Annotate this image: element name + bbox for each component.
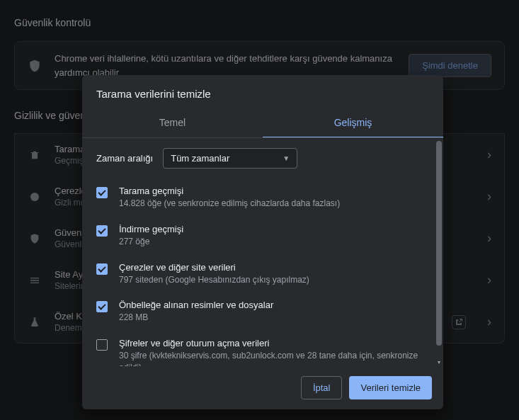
check-item-sub: 14.828 öğe (ve senkronize edilmiş cihazl… [119,198,340,210]
cancel-button[interactable]: İptal [301,376,343,399]
check-item: Önbelleğe alınan resimler ve dosyalar228… [96,293,440,331]
checkbox[interactable] [96,301,108,312]
check-item-title: İndirme geçmişi [119,224,183,234]
scroll-down-icon[interactable]: ▾ [436,359,442,365]
checkbox[interactable] [96,187,108,198]
check-item: İndirme geçmişi277 öğe [96,217,440,255]
dialog-body: Zaman aralığı Tüm zamanlar ▼ Tarama geçm… [82,138,443,366]
dialog-footer: İptal Verileri temizle [82,366,443,409]
check-item-title: Şifreler ve diğer oturum açma verileri [119,338,429,348]
tab-basic[interactable]: Temel [82,110,263,138]
checkbox[interactable] [96,263,108,275]
dialog-title: Tarama verilerini temizle [82,75,443,110]
check-item: Şifreler ve diğer oturum açma verileri30… [96,331,440,366]
check-item-sub: 277 öğe [119,236,183,248]
check-item: Tarama geçmişi14.828 öğe (ve senkronize … [96,178,440,217]
clear-browsing-data-dialog: Tarama verilerini temizle Temel Gelişmiş… [82,75,443,409]
check-item: Çerezler ve diğer site verileri797 sited… [96,255,440,293]
check-item-sub: 797 siteden (Google Hesabınızdan çıkış y… [119,274,309,286]
check-item-title: Çerezler ve diğer site verileri [119,262,309,273]
scrollbar-thumb[interactable] [436,141,442,346]
time-range-label: Zaman aralığı [96,153,153,164]
dialog-tabs: Temel Gelişmiş [82,110,443,138]
checkbox[interactable] [96,225,108,237]
scrollbar[interactable]: ▴ ▾ [435,141,443,363]
time-range-dropdown[interactable]: Tüm zamanlar ▼ [163,148,297,169]
check-item-sub: 228 MB [119,312,273,324]
check-item-sub: 30 şifre (kvkteknikservis.com, sub2unloc… [119,350,429,366]
check-item-title: Tarama geçmişi [119,186,340,196]
tab-advanced[interactable]: Gelişmiş [263,110,443,138]
checkbox[interactable] [96,339,108,351]
check-item-title: Önbelleğe alınan resimler ve dosyalar [119,300,273,310]
chevron-down-icon: ▼ [283,154,290,162]
time-range-value: Tüm zamanlar [171,153,229,164]
clear-data-button[interactable]: Verileri temizle [349,376,432,399]
